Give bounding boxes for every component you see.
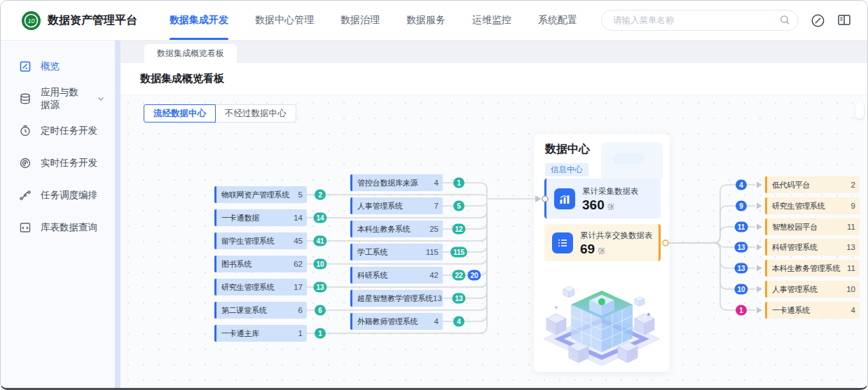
system-node[interactable]: 图书系统62 [214, 256, 307, 272]
realtime-task-icon [19, 157, 32, 169]
system-node[interactable]: 人事管理系统10 [765, 281, 860, 298]
system-node-count: 10 [846, 285, 855, 293]
system-node-label: 留学生管理系统 [221, 236, 275, 246]
system-node[interactable]: 本科生教务系统25 [350, 221, 443, 237]
flow-count-badge: 6 [315, 305, 326, 316]
system-node-label: 人事管理系统 [772, 284, 818, 295]
system-node-label: 研究生管理系统 [772, 201, 825, 211]
flow-count-badge: 12 [452, 224, 465, 235]
flow-count-badge: 13 [313, 282, 326, 293]
system-node-label: 智慧校园平台 [772, 222, 818, 232]
filter-button[interactable]: 不经过数据中心 [216, 104, 296, 123]
filter-button[interactable]: 流经数据中心 [144, 104, 216, 123]
search-input[interactable] [601, 10, 799, 31]
system-node-label: 本科生教务管理系统 [772, 263, 840, 274]
system-node-count: 13 [433, 294, 442, 302]
stat-text: 累计采集数据表360张 [582, 186, 639, 211]
system-node-label: 科研管理系统 [772, 242, 818, 253]
sidebar-item-label: 应用与数据源 [41, 86, 88, 111]
system-node-label: 学工系统 [357, 247, 387, 258]
system-node-count: 4 [434, 317, 439, 326]
header-right [601, 10, 852, 31]
system-node-count: 2 [851, 181, 855, 189]
scheduled-task-icon [19, 125, 32, 137]
list-icon [552, 232, 573, 253]
svg-text:10: 10 [27, 18, 34, 25]
system-node[interactable]: 留学生管理系统45 [214, 232, 307, 249]
stat-value: 360张 [582, 198, 639, 211]
nav-item[interactable]: 数据服务 [406, 1, 446, 40]
nav-item[interactable]: 数据集成开发 [170, 1, 228, 40]
system-node[interactable]: 一卡通主库1 [214, 325, 307, 342]
content-panel: 数据集成概览看板 流经数据中心不经过数据中心 数据中心 信息中心 累计采集数据表… [120, 63, 867, 389]
flow-count-badge: 20 [467, 270, 481, 281]
stat-card[interactable]: 累计共享交换数据表69张 [544, 224, 661, 261]
system-node[interactable]: 管控台数据库来源4 [350, 174, 443, 191]
nav-item[interactable]: 运维监控 [472, 1, 511, 40]
system-node-label: 研究生管理系统 [221, 282, 275, 293]
sidebar-item[interactable]: 库表数据查询 [1, 211, 115, 244]
system-node-count: 45 [294, 237, 303, 245]
system-node-label: 一卡通系统 [772, 305, 810, 316]
system-node[interactable]: 一卡通系统4 [765, 302, 860, 319]
system-node[interactable]: 物联网资产管理系统5 [214, 186, 307, 203]
system-node-count: 13 [846, 243, 855, 251]
table-query-icon [19, 221, 32, 234]
system-node-count: 25 [429, 225, 439, 233]
system-node[interactable]: 智慧校园平台11 [765, 218, 860, 235]
nav-item[interactable]: 数据中心管理 [255, 1, 314, 40]
flow-count-badge: 4 [453, 316, 464, 327]
system-node-count: 14 [294, 214, 303, 222]
search-icon[interactable] [780, 15, 790, 28]
filter-button-group: 流经数据中心不经过数据中心 [144, 104, 296, 123]
sidebar-item[interactable]: 定时任务开发 [1, 115, 115, 147]
system-node[interactable]: 低代码平台2 [765, 176, 860, 193]
system-node[interactable]: 第二课堂系统6 [214, 302, 307, 319]
sidebar-item-label: 任务调度编排 [41, 189, 97, 202]
system-node-label: 一卡通数据 [221, 213, 259, 223]
system-node-label: 人事管理系统 [357, 201, 403, 211]
system-node[interactable]: 研究生管理系统17 [214, 279, 307, 295]
sidebar-item[interactable]: 任务调度编排 [1, 179, 115, 211]
sidebar-item-label: 定时任务开发 [41, 125, 97, 137]
nav-item[interactable]: 数据治理 [340, 1, 380, 40]
flow-count-badge: 1 [453, 178, 464, 188]
flow-count-badge: 115 [450, 247, 467, 258]
info-center-tag: 信息中心 [545, 163, 588, 176]
sidebar-item[interactable]: 实时任务开发 [1, 147, 115, 179]
system-node-label: 第二课堂系统 [221, 305, 267, 316]
system-node[interactable]: 外籍教师管理系统4 [350, 313, 443, 330]
app-window: 10 数据资产管理平台 数据集成开发数据中心管理数据治理数据服务运维监控系统配置… [0, 0, 868, 390]
system-node-count: 115 [426, 248, 439, 256]
system-node-count: 9 [851, 202, 855, 210]
system-node-count: 5 [298, 190, 303, 199]
system-node-label: 外籍教师管理系统 [357, 316, 418, 327]
system-node[interactable]: 本科生教务管理系统11 [765, 260, 860, 277]
flow-count-badge: 14 [313, 213, 326, 223]
stat-card[interactable]: 累计采集数据表360张 [544, 179, 661, 218]
system-node[interactable]: 科研管理系统13 [765, 239, 860, 256]
book-icon[interactable] [836, 13, 852, 28]
flow-count-badge: 13 [734, 242, 748, 253]
scrollbar-thumb[interactable] [855, 102, 864, 119]
system-node[interactable]: 一卡通数据14 [214, 209, 307, 226]
tab-integration-overview[interactable]: 数据集成概览看板 [144, 44, 237, 63]
sidebar-item[interactable]: 应用与数据源 [1, 83, 115, 115]
system-node[interactable]: 科研系统42 [350, 267, 443, 284]
sidebar-item[interactable]: 概览 [1, 50, 115, 83]
edit-pen-icon[interactable] [810, 13, 825, 28]
flow-count-badge: 9 [736, 201, 747, 211]
data-center-card[interactable]: 数据中心 信息中心 累计采集数据表360张累计共享交换数据表69张 [534, 134, 670, 372]
system-node[interactable]: 研究生管理系统9 [765, 197, 860, 214]
stat-value: 69张 [580, 242, 653, 256]
system-node[interactable]: 人事管理系统7 [350, 197, 443, 214]
system-node-label: 管控台数据库来源 [357, 178, 418, 188]
sidebar-splitter[interactable] [115, 41, 120, 389]
system-node-label: 物联网资产管理系统 [221, 190, 289, 200]
flow-count-badge: 13 [452, 293, 465, 304]
system-node[interactable]: 超星智慧教学管理系统13 [350, 290, 443, 307]
system-node-count: 11 [847, 223, 855, 231]
system-node[interactable]: 学工系统115 [350, 244, 443, 260]
nav-item[interactable]: 系统配置 [538, 1, 577, 40]
flow-count-badge: 1 [736, 305, 747, 316]
